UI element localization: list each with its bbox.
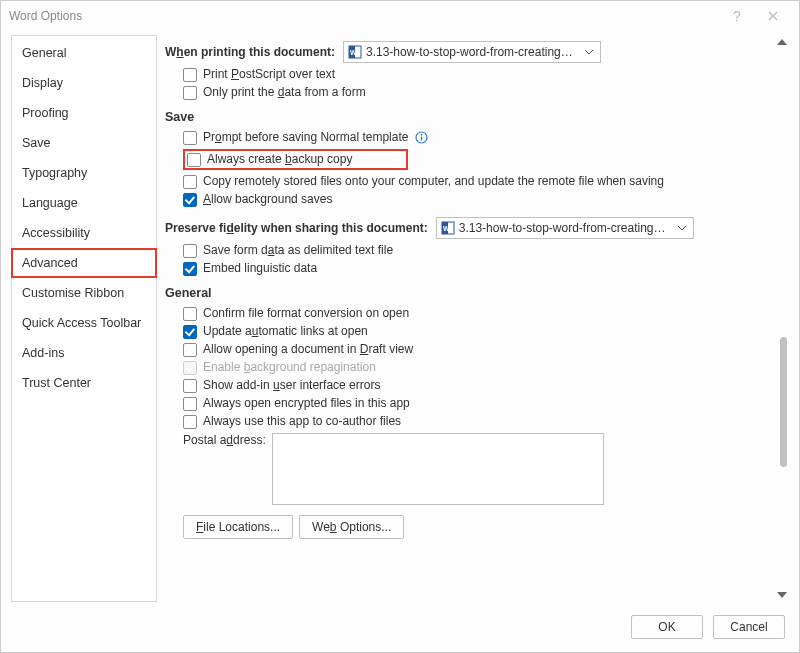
checkbox-box	[183, 68, 197, 82]
file-locations-button[interactable]: File Locations...	[183, 515, 293, 539]
dialog-body: General Display Proofing Save Typography…	[1, 31, 799, 608]
sidebar-item-proofing[interactable]: Proofing	[12, 98, 156, 128]
checkbox-label: Prompt before saving Normal template	[203, 130, 408, 144]
close-button[interactable]	[755, 4, 791, 28]
checkbox-label: Save form data as delimited text file	[203, 243, 393, 257]
section-title-save: Save	[165, 110, 771, 124]
window-title: Word Options	[9, 9, 719, 23]
checkbox-coauthor[interactable]: Always use this app to co-author files	[183, 414, 771, 429]
checkbox-box	[183, 86, 197, 100]
sidebar-item-customise-ribbon[interactable]: Customise Ribbon	[12, 278, 156, 308]
word-document-icon: W	[441, 221, 455, 235]
checkbox-bg-repagination: Enable background repagination	[183, 360, 771, 375]
printing-document-select[interactable]: W 3.13-how-to-stop-word-from-creating-b.…	[343, 41, 601, 63]
printing-document-row: When printing this document: W 3.13-how-…	[165, 41, 771, 63]
checkbox-only-print-data[interactable]: Only print the data from a form	[183, 85, 771, 100]
postal-address-label: Postal address:	[183, 433, 266, 447]
checkbox-box	[183, 325, 197, 339]
sidebar-item-trust-center[interactable]: Trust Center	[12, 368, 156, 398]
fidelity-row: Preserve fidelity when sharing this docu…	[165, 217, 771, 239]
content-area: When printing this document: W 3.13-how-…	[165, 35, 789, 602]
sidebar-item-display[interactable]: Display	[12, 68, 156, 98]
info-icon[interactable]	[414, 130, 428, 144]
checkbox-embed-linguistic[interactable]: Embed linguistic data	[183, 261, 771, 276]
checkbox-label: Embed linguistic data	[203, 261, 317, 275]
sidebar-item-quick-access-toolbar[interactable]: Quick Access Toolbar	[12, 308, 156, 338]
sidebar-item-general[interactable]: General	[12, 38, 156, 68]
checkbox-box	[183, 307, 197, 321]
fidelity-label: Preserve fidelity when sharing this docu…	[165, 221, 428, 235]
checkbox-prompt-normal[interactable]: Prompt before saving Normal template	[183, 130, 771, 145]
checkbox-label: Allow opening a document in Draft view	[203, 342, 413, 356]
printing-document-label: When printing this document:	[165, 45, 335, 59]
checkbox-update-auto-links[interactable]: Update automatic links at open	[183, 324, 771, 339]
checkbox-box	[183, 415, 197, 429]
checkbox-label: Print PostScript over text	[203, 67, 335, 81]
vertical-scrollbar[interactable]	[775, 37, 789, 600]
checkbox-box	[183, 343, 197, 357]
checkbox-box	[187, 153, 201, 167]
checkbox-box	[183, 131, 197, 145]
chevron-down-icon	[675, 218, 689, 238]
dialog-footer: OK Cancel	[1, 608, 799, 652]
checkbox-confirm-conversion[interactable]: Confirm file format conversion on open	[183, 306, 771, 321]
checkbox-label: Always create backup copy	[207, 152, 352, 166]
word-options-dialog: Word Options ? General Display Proofing …	[0, 0, 800, 653]
checkbox-box	[183, 175, 197, 189]
checkbox-label: Copy remotely stored files onto your com…	[203, 174, 664, 188]
cancel-button[interactable]: Cancel	[713, 615, 785, 639]
titlebar: Word Options ?	[1, 1, 799, 31]
sidebar: General Display Proofing Save Typography…	[11, 35, 157, 602]
word-document-icon: W	[348, 45, 362, 59]
sidebar-item-save[interactable]: Save	[12, 128, 156, 158]
checkbox-box	[183, 244, 197, 258]
fidelity-document-select[interactable]: W 3.13-how-to-stop-word-from-creating-b.…	[436, 217, 694, 239]
help-button[interactable]: ?	[719, 4, 755, 28]
checkbox-copy-remote[interactable]: Copy remotely stored files onto your com…	[183, 174, 771, 189]
checkbox-save-form-data[interactable]: Save form data as delimited text file	[183, 243, 771, 258]
svg-point-4	[421, 133, 423, 135]
checkbox-label: Update automatic links at open	[203, 324, 368, 338]
checkbox-label: Enable background repagination	[203, 360, 376, 374]
checkbox-label: Allow background saves	[203, 192, 332, 206]
sidebar-item-accessibility[interactable]: Accessibility	[12, 218, 156, 248]
checkbox-label: Always use this app to co-author files	[203, 414, 401, 428]
checkbox-always-backup[interactable]: Always create backup copy	[187, 152, 352, 167]
highlight-backup-copy: Always create backup copy	[183, 149, 408, 170]
checkbox-open-encrypted[interactable]: Always open encrypted files in this app	[183, 396, 771, 411]
advanced-content: When printing this document: W 3.13-how-…	[165, 35, 789, 602]
checkbox-allow-bg-saves[interactable]: Allow background saves	[183, 192, 771, 207]
checkbox-label: Show add-in user interface errors	[203, 378, 380, 392]
sidebar-item-language[interactable]: Language	[12, 188, 156, 218]
postal-address-input[interactable]	[272, 433, 604, 505]
checkbox-box	[183, 379, 197, 393]
sidebar-item-typography[interactable]: Typography	[12, 158, 156, 188]
checkbox-label: Confirm file format conversion on open	[203, 306, 409, 320]
checkbox-box	[183, 193, 197, 207]
buttons-row: File Locations... Web Options...	[183, 515, 771, 539]
svg-text:W: W	[443, 225, 450, 232]
scroll-up-arrow[interactable]	[777, 39, 787, 45]
checkbox-label: Always open encrypted files in this app	[203, 396, 410, 410]
checkbox-label: Only print the data from a form	[203, 85, 366, 99]
ok-button[interactable]: OK	[631, 615, 703, 639]
sidebar-item-add-ins[interactable]: Add-ins	[12, 338, 156, 368]
checkbox-allow-draft-view[interactable]: Allow opening a document in Draft view	[183, 342, 771, 357]
svg-text:W: W	[350, 49, 357, 56]
fidelity-document-name: 3.13-how-to-stop-word-from-creating-b...	[459, 221, 667, 235]
checkbox-addin-ui-errors[interactable]: Show add-in user interface errors	[183, 378, 771, 393]
checkbox-box	[183, 397, 197, 411]
svg-rect-5	[421, 136, 422, 140]
checkbox-box	[183, 262, 197, 276]
sidebar-item-advanced[interactable]: Advanced	[11, 248, 157, 278]
chevron-down-icon	[582, 42, 596, 62]
postal-address-row: Postal address:	[183, 433, 771, 505]
checkbox-box	[183, 361, 197, 375]
printing-document-name: 3.13-how-to-stop-word-from-creating-b...	[366, 45, 574, 59]
scroll-down-arrow[interactable]	[777, 592, 787, 598]
section-title-general: General	[165, 286, 771, 300]
web-options-button[interactable]: Web Options...	[299, 515, 404, 539]
checkbox-print-postscript[interactable]: Print PostScript over text	[183, 67, 771, 82]
scrollbar-thumb[interactable]	[780, 337, 787, 467]
